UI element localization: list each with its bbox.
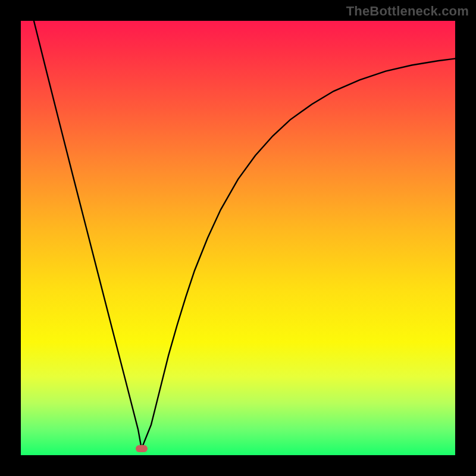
plot-area xyxy=(21,21,455,455)
min-marker xyxy=(136,445,148,452)
watermark-text: TheBottleneck.com xyxy=(346,4,469,19)
chart-frame: TheBottleneck.com xyxy=(0,0,476,476)
curve-svg xyxy=(21,21,455,455)
curve-path xyxy=(34,21,455,449)
